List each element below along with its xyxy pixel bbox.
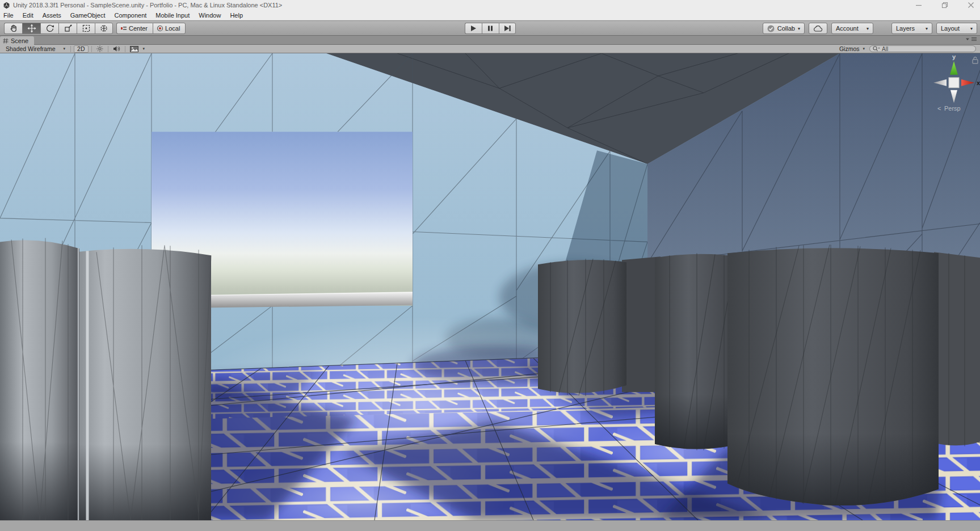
- transform-tool-group: [4, 23, 113, 34]
- draw-mode-label: Shaded Wireframe: [6, 45, 56, 52]
- search-icon: [873, 46, 880, 52]
- pivot-orientation-group: Center Local: [116, 23, 186, 34]
- scene-grid-icon: [3, 38, 9, 44]
- tab-options-menu[interactable]: [965, 37, 977, 41]
- sun-icon: [96, 45, 103, 52]
- cylinder: [655, 253, 739, 450]
- scene-audio-toggle[interactable]: [110, 45, 123, 52]
- layout-label: Layout: [941, 25, 960, 32]
- main-toolbar: Center Local Collab ▾: [0, 20, 980, 36]
- rotate-tool-button[interactable]: [40, 23, 58, 34]
- projection-label[interactable]: Persp: [944, 105, 961, 112]
- scene-search-input[interactable]: All: [869, 45, 976, 52]
- menu-gameobject[interactable]: GameObject: [66, 10, 110, 20]
- scene-viewport[interactable]: y x < Persp: [0, 53, 980, 520]
- menu-help[interactable]: Help: [225, 10, 247, 20]
- transform-combined-tool-button[interactable]: [95, 23, 113, 34]
- layers-dropdown[interactable]: Layers ▾: [891, 23, 932, 34]
- chevron-down-icon: [965, 37, 970, 41]
- menu-lines-icon: [971, 37, 977, 41]
- move-tool-button[interactable]: [22, 23, 40, 34]
- gizmo-y-label: y: [952, 53, 956, 60]
- effects-dropdown[interactable]: ▾: [141, 47, 147, 51]
- title-bar: Unity 2018.3.3f1 Personal - SampleScene.…: [0, 0, 980, 10]
- cylinder: [727, 245, 939, 505]
- window-title: Unity 2018.3.3f1 Personal - SampleScene.…: [13, 2, 282, 9]
- cloud-button[interactable]: [809, 23, 827, 34]
- tab-scene[interactable]: Scene: [0, 36, 34, 45]
- orientation-mode-button[interactable]: Local: [153, 23, 186, 34]
- toolbar-right-group: Collab ▾ Account ▾ Layers ▾ Layout ▾: [763, 23, 977, 34]
- restore-button[interactable]: [940, 1, 949, 9]
- menu-edit[interactable]: Edit: [18, 10, 38, 20]
- menu-window[interactable]: Window: [194, 10, 225, 20]
- gizmo-x-label: x: [977, 79, 980, 86]
- 2d-toggle-button[interactable]: 2D: [74, 45, 88, 53]
- step-button[interactable]: [499, 23, 516, 34]
- play-button[interactable]: [465, 23, 482, 34]
- rect-tool-button[interactable]: [77, 23, 95, 34]
- 2d-toggle-label: 2D: [77, 45, 85, 52]
- playback-group: [465, 23, 516, 34]
- menu-bar: File Edit Assets GameObject Component Mo…: [0, 10, 980, 20]
- scale-tool-button[interactable]: [58, 23, 77, 34]
- left-cylinders: [0, 238, 211, 520]
- view-tab-strip: Scene: [0, 36, 980, 45]
- menu-file[interactable]: File: [0, 10, 18, 20]
- cylinder: [0, 238, 79, 520]
- projection-angle-icon: <: [937, 105, 941, 112]
- scene-lighting-toggle[interactable]: [94, 45, 106, 52]
- chevron-down-icon: ▾: [143, 47, 145, 51]
- speaker-icon: [113, 45, 120, 52]
- status-bar: [0, 520, 980, 531]
- orientation-mode-label: Local: [165, 25, 180, 32]
- cloud-icon: [813, 25, 823, 32]
- scene-tab-label: Scene: [11, 37, 28, 44]
- chevron-down-icon: ▾: [863, 47, 865, 51]
- account-label: Account: [836, 25, 859, 32]
- menu-mobile-input[interactable]: Mobile Input: [151, 10, 194, 20]
- cylinder: [538, 259, 626, 396]
- cylinder: [934, 252, 980, 446]
- chevron-down-icon: ▾: [798, 26, 800, 31]
- chevron-down-icon: ▾: [867, 26, 869, 31]
- collab-dropdown[interactable]: Collab ▾: [763, 23, 805, 34]
- scene-view-toolbar: Shaded Wireframe ▾ 2D ▾ Gizmos ▾: [0, 45, 980, 53]
- image-icon: [130, 46, 138, 52]
- search-filter-text: All: [882, 46, 888, 52]
- collab-label: Collab: [777, 25, 795, 32]
- cylinder: [59, 245, 211, 520]
- unity-logo-icon: [3, 2, 10, 9]
- chevron-down-icon: ▾: [970, 26, 973, 31]
- pivot-mode-button[interactable]: Center: [116, 23, 153, 34]
- gizmos-dropdown[interactable]: Gizmos ▾: [835, 45, 869, 52]
- chevron-down-icon: ▾: [926, 26, 928, 31]
- minimize-button[interactable]: [914, 1, 923, 9]
- menu-component[interactable]: Component: [110, 10, 151, 20]
- menu-assets[interactable]: Assets: [38, 10, 66, 20]
- account-dropdown[interactable]: Account ▾: [831, 23, 873, 34]
- gizmo-center-cube[interactable]: [949, 78, 959, 88]
- pause-button[interactable]: [482, 23, 499, 34]
- center-pivot-icon: [120, 25, 127, 32]
- gizmos-label: Gizmos: [839, 45, 860, 52]
- layers-label: Layers: [896, 25, 915, 32]
- cylinder: [622, 256, 661, 392]
- hand-tool-button[interactable]: [4, 23, 22, 34]
- draw-mode-dropdown[interactable]: Shaded Wireframe ▾: [2, 45, 69, 53]
- local-orientation-icon: [157, 25, 163, 32]
- pivot-mode-label: Center: [129, 25, 148, 32]
- close-button[interactable]: [966, 1, 975, 9]
- collab-check-icon: [767, 25, 775, 32]
- chevron-down-icon: ▾: [64, 47, 66, 51]
- scene-effects-toggle[interactable]: [127, 46, 141, 52]
- layout-dropdown[interactable]: Layout ▾: [936, 23, 977, 34]
